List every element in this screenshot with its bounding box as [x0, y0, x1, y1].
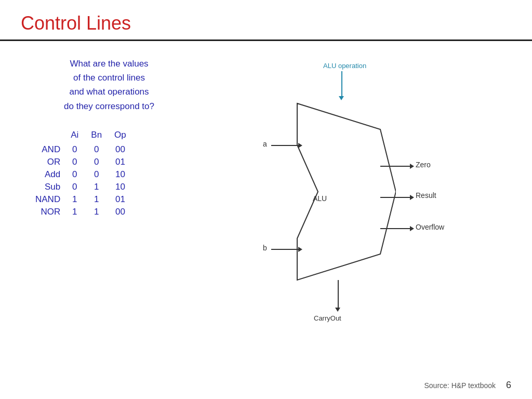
- right-panel: ALU operation ALU a b Zero: [197, 51, 511, 383]
- table-row: NAND 1 1 01: [31, 193, 135, 206]
- cell-val: 10: [110, 181, 135, 193]
- table-row: OR 0 0 01: [31, 156, 135, 168]
- alu-center-label: ALU: [313, 194, 327, 203]
- left-panel: What are the values of the control lines…: [21, 51, 197, 383]
- alu-diagram: ALU operation ALU a b Zero: [256, 62, 453, 322]
- table-row: NOR 1 1 00: [31, 206, 135, 218]
- cell-bn: 0: [87, 143, 110, 156]
- cell-bn: 1: [87, 193, 110, 206]
- alu-polygon: [297, 103, 396, 280]
- cell-ai: 0: [66, 181, 87, 193]
- cell-val: 01: [110, 156, 135, 168]
- control-table: Ai Bn Op AND 0 0 00 OR 0 0 01 Add 0 0 10…: [31, 129, 135, 218]
- table-row: Sub 0 1 10: [31, 181, 135, 193]
- footer: Source: H&P textbook 6: [424, 380, 512, 391]
- cell-op: NAND: [31, 193, 66, 206]
- col-bn-header: Bn: [87, 129, 110, 143]
- output-result-line: [380, 197, 411, 198]
- carryout-label: CarryOut: [314, 314, 341, 322]
- alu-op-label: ALU operation: [323, 62, 366, 70]
- output-result-label: Result: [416, 191, 436, 200]
- cell-bn: 0: [87, 156, 110, 168]
- main-content: What are the values of the control lines…: [0, 41, 532, 393]
- input-a-line: [271, 145, 300, 146]
- carryout-line: [338, 280, 339, 309]
- control-table-container: Ai Bn Op AND 0 0 00 OR 0 0 01 Add 0 0 10…: [31, 129, 197, 218]
- output-result-arrow: [410, 195, 414, 200]
- cell-bn: 1: [87, 206, 110, 218]
- cell-op: NOR: [31, 206, 66, 218]
- cell-ai: 0: [66, 168, 87, 181]
- output-overflow-arrow: [410, 226, 414, 231]
- cell-op: Sub: [31, 181, 66, 193]
- input-b-arrow: [298, 247, 302, 252]
- page-number: 6: [506, 380, 511, 391]
- header: Control Lines: [0, 0, 532, 39]
- cell-val: 00: [110, 143, 135, 156]
- output-zero-label: Zero: [416, 161, 431, 169]
- input-b-label: b: [263, 244, 267, 252]
- cell-bn: 1: [87, 181, 110, 193]
- output-overflow-label: Overflow: [416, 223, 444, 231]
- cell-ai: 1: [66, 193, 87, 206]
- cell-val: 00: [110, 206, 135, 218]
- cell-op: AND: [31, 143, 66, 156]
- carryout-arrow: [335, 308, 340, 312]
- cell-val: 10: [110, 168, 135, 181]
- output-zero-arrow: [410, 164, 414, 169]
- alu-op-arrow-line: [341, 71, 342, 97]
- cell-op: Add: [31, 168, 66, 181]
- table-row: AND 0 0 00: [31, 143, 135, 156]
- input-b-line: [271, 249, 300, 250]
- output-overflow-line: [380, 228, 411, 229]
- col-val-header: Op: [110, 129, 135, 143]
- source-text: Source: H&P textbook: [424, 381, 496, 390]
- table-row: Add 0 0 10: [31, 168, 135, 181]
- output-zero-line: [380, 166, 411, 167]
- alu-shape-svg: [292, 98, 396, 285]
- question-text: What are the values of the control lines…: [21, 57, 197, 113]
- input-a-arrow: [298, 143, 302, 148]
- col-op-header: [31, 129, 66, 143]
- cell-ai: 1: [66, 206, 87, 218]
- cell-val: 01: [110, 193, 135, 206]
- input-a-label: a: [263, 140, 267, 148]
- cell-ai: 0: [66, 156, 87, 168]
- col-ai-header: Ai: [66, 129, 87, 143]
- cell-ai: 0: [66, 143, 87, 156]
- page-title: Control Lines: [21, 12, 511, 34]
- cell-op: OR: [31, 156, 66, 168]
- table-header-row: Ai Bn Op: [31, 129, 135, 143]
- cell-bn: 0: [87, 168, 110, 181]
